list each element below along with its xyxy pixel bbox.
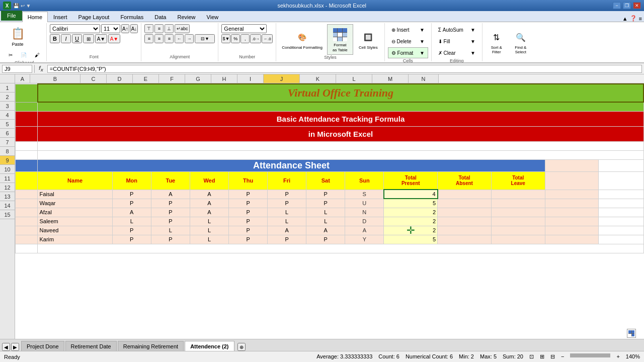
tab-file[interactable]: File (1, 11, 22, 21)
tab-review[interactable]: Review (172, 12, 201, 22)
cell-f13[interactable]: P (229, 226, 268, 235)
cell-a10[interactable] (16, 199, 38, 208)
ribbon-menu-icon[interactable]: ≡ (639, 16, 642, 22)
cell-a2[interactable] (16, 102, 38, 111)
cell-k10[interactable] (438, 199, 492, 208)
cell-l9[interactable] (491, 190, 545, 199)
conditional-formatting-button[interactable]: 🎨 Conditional Formatting (279, 28, 325, 52)
minimize-button[interactable]: − (613, 2, 621, 9)
cell-a9[interactable] (16, 190, 38, 199)
sheet-tab-retirement-date[interactable]: Retirement Date (65, 341, 117, 351)
cell-b12[interactable]: Saleem (38, 217, 112, 226)
paste-button[interactable]: 📋 Paste (5, 24, 30, 48)
cell-l8[interactable]: TotalLeave (491, 171, 545, 190)
cell-l12[interactable] (491, 217, 545, 226)
cell-a1[interactable] (16, 84, 38, 102)
cell-b9[interactable]: Faisal (38, 190, 112, 199)
cell-c8[interactable]: Mon (112, 171, 151, 190)
ribbon-collapse-icon[interactable]: ▲ (622, 16, 628, 22)
italic-button[interactable]: I (61, 34, 71, 43)
cell-n11[interactable] (599, 208, 643, 217)
format-as-table-button[interactable]: Formatas Table (327, 24, 353, 55)
cell-k14[interactable] (438, 235, 492, 244)
cell-h13[interactable]: A (306, 226, 345, 235)
col-header-g[interactable]: G (185, 74, 211, 83)
cell-m10[interactable] (545, 199, 599, 208)
autosum-button[interactable]: Σ AutoSum▼ (435, 24, 479, 35)
cell-a8[interactable] (16, 171, 38, 190)
cell-c10[interactable]: P (112, 199, 151, 208)
row-num-8[interactable]: 8 (0, 147, 15, 156)
decrease-font-button[interactable]: A↓ (130, 24, 138, 33)
cell-a15[interactable] (16, 244, 38, 253)
col-header-a[interactable]: A (15, 74, 30, 83)
row-num-12[interactable]: 12 (0, 183, 15, 192)
wrap-text-button[interactable]: ↵abc (175, 24, 190, 33)
cell-d13[interactable]: L (151, 226, 190, 235)
view-layout-button[interactable]: ⊞ (540, 353, 544, 360)
cell-i11[interactable]: N (345, 208, 384, 217)
tab-view[interactable]: View (201, 12, 224, 22)
sheet-nav-left[interactable]: ◀ (2, 343, 10, 351)
zoom-out-button[interactable]: − (561, 353, 564, 360)
cell-h8[interactable]: Sat (306, 171, 345, 190)
row-num-6[interactable]: 6 (0, 129, 15, 138)
cell-k11[interactable] (438, 208, 492, 217)
sort-filter-button[interactable]: ⇅ Sort &Filter (486, 28, 508, 56)
decrease-decimal-button[interactable]: ←.0 (262, 34, 273, 43)
font-name-selector[interactable]: Calibri (50, 24, 100, 33)
row-num-14[interactable]: 14 (0, 201, 15, 210)
cell-b1[interactable]: Virtual Office Training (38, 84, 643, 102)
row-num-7[interactable]: 7 (0, 138, 15, 147)
increase-indent-button[interactable]: → (185, 34, 194, 43)
cell-f10[interactable]: P (229, 199, 268, 208)
cell-i13[interactable]: A (345, 226, 384, 235)
cell-n12[interactable] (599, 217, 643, 226)
cell-d12[interactable]: P (151, 217, 190, 226)
cell-n13[interactable] (599, 226, 643, 235)
col-header-d[interactable]: D (107, 74, 133, 83)
cell-e13[interactable]: L (190, 226, 228, 235)
cell-m11[interactable] (545, 208, 599, 217)
cell-g8[interactable]: Fri (268, 171, 306, 190)
sheet-nav-right[interactable]: ▶ (11, 343, 19, 351)
cell-i12[interactable]: D (345, 217, 384, 226)
cell-e12[interactable]: L (190, 217, 228, 226)
cell-k12[interactable] (438, 217, 492, 226)
decrease-indent-button[interactable]: ← (175, 34, 184, 43)
cell-styles-button[interactable]: 🔲 Cell Styles (355, 28, 381, 51)
font-size-selector[interactable]: 11 (101, 24, 120, 33)
cell-b4[interactable]: in Microsoft Excel (38, 126, 643, 141)
cell-i10[interactable]: U (345, 199, 384, 208)
zoom-slider[interactable] (570, 353, 610, 357)
row-num-11[interactable]: 11 (0, 174, 15, 183)
cell-g14[interactable]: P (268, 235, 306, 244)
cell-i14[interactable]: Y (345, 235, 384, 244)
cell-f12[interactable]: P (229, 217, 268, 226)
col-header-n[interactable]: N (409, 74, 439, 83)
cell-e14[interactable]: L (190, 235, 228, 244)
cell-i9[interactable]: S (345, 190, 384, 199)
col-header-c[interactable]: C (80, 74, 107, 83)
merge-center-button[interactable]: ⊟▼ (195, 34, 215, 43)
cell-n9[interactable] (599, 190, 643, 199)
increase-decimal-button[interactable]: .0→ (250, 34, 261, 43)
cell-j13[interactable]: ✛ 2 (384, 226, 438, 235)
row-num-13[interactable]: 13 (0, 192, 15, 201)
fill-button[interactable]: ⬇ Fill▼ (435, 36, 479, 47)
format-painter-button[interactable]: 🖌 (31, 49, 43, 60)
cell-h9[interactable]: P (306, 190, 345, 199)
accounting-format-button[interactable]: $▼ (221, 34, 230, 43)
cell-m13[interactable] (545, 226, 599, 235)
col-header-h[interactable]: H (211, 74, 237, 83)
cell-l13[interactable] (491, 226, 545, 235)
cell-h12[interactable]: L (306, 217, 345, 226)
font-color-button[interactable]: A▼ (108, 34, 120, 43)
find-select-button[interactable]: 🔍 Find &Select (510, 28, 532, 56)
cell-n10[interactable] (599, 199, 643, 208)
col-header-b[interactable]: B (30, 74, 80, 83)
cell-j11[interactable]: 2 (384, 208, 438, 217)
borders-button[interactable]: ⊞ (83, 34, 94, 43)
cell-h10[interactable]: P (306, 199, 345, 208)
cell-d9[interactable]: A (151, 190, 190, 199)
